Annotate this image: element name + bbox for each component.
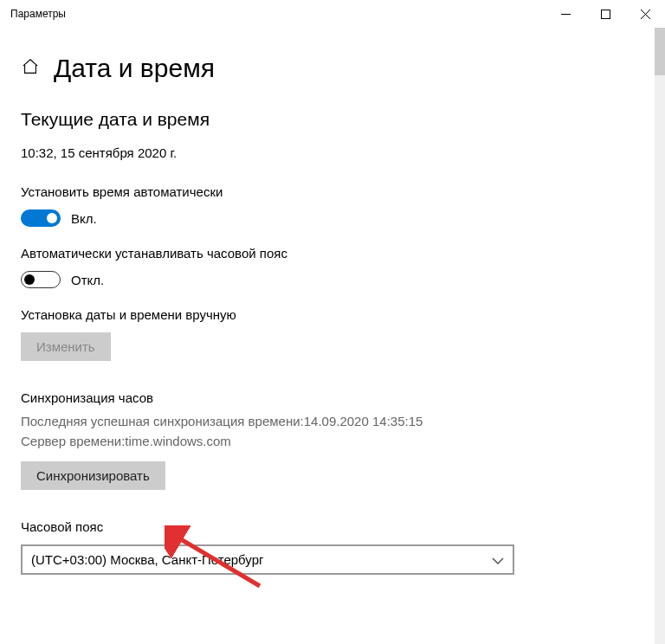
timezone-heading: Часовой пояс bbox=[21, 519, 644, 534]
sync-info: Последняя успешная синхронизация времени… bbox=[21, 412, 644, 451]
close-icon bbox=[641, 10, 650, 19]
timezone-selected-value: (UTC+03:00) Москва, Санкт-Петербург bbox=[31, 552, 263, 567]
sync-section: Синхронизация часов Последняя успешная с… bbox=[21, 390, 644, 490]
current-datetime-heading: Текущие дата и время bbox=[21, 109, 644, 130]
content-area: Дата и время Текущие дата и время 10:32,… bbox=[0, 28, 665, 644]
window-title: Параметры bbox=[10, 8, 66, 20]
minimize-button[interactable] bbox=[546, 0, 585, 28]
home-icon[interactable] bbox=[21, 57, 40, 80]
maximize-button[interactable] bbox=[585, 0, 625, 28]
time-server-line: Сервер времени:time.windows.com bbox=[21, 432, 644, 452]
titlebar: Параметры bbox=[0, 0, 665, 28]
last-sync-line: Последняя успешная синхронизация времени… bbox=[21, 412, 644, 432]
scrollbar-track[interactable] bbox=[655, 28, 665, 644]
current-datetime-value: 10:32, 15 сентября 2020 г. bbox=[21, 145, 644, 160]
minimize-icon bbox=[561, 10, 571, 19]
toggle-knob bbox=[24, 274, 35, 285]
auto-tz-toggle[interactable] bbox=[21, 271, 61, 288]
auto-tz-label: Автоматически устанавливать часовой пояс bbox=[21, 246, 644, 261]
maximize-icon bbox=[601, 10, 610, 19]
sync-heading: Синхронизация часов bbox=[21, 390, 644, 405]
page-header: Дата и время bbox=[21, 54, 644, 83]
auto-time-toggle-row: Вкл. bbox=[21, 209, 644, 227]
window-controls bbox=[546, 0, 665, 28]
timezone-section: Часовой пояс (UTC+03:00) Москва, Санкт-П… bbox=[21, 519, 644, 575]
auto-tz-toggle-row: Откл. bbox=[21, 271, 644, 288]
timezone-select[interactable]: (UTC+03:00) Москва, Санкт-Петербург bbox=[21, 544, 514, 575]
auto-time-toggle[interactable] bbox=[21, 209, 61, 227]
chevron-down-icon bbox=[492, 552, 504, 567]
auto-time-state: Вкл. bbox=[71, 211, 97, 226]
scrollbar-thumb[interactable] bbox=[655, 28, 665, 75]
manual-datetime-label: Установка даты и времени вручную bbox=[21, 307, 644, 322]
page-title: Дата и время bbox=[54, 54, 215, 83]
sync-now-button[interactable]: Синхронизировать bbox=[21, 461, 165, 490]
toggle-knob bbox=[47, 213, 57, 223]
auto-tz-state: Откл. bbox=[71, 273, 104, 287]
svg-rect-1 bbox=[601, 10, 610, 18]
change-button[interactable]: Изменить bbox=[21, 332, 111, 361]
auto-time-label: Установить время автоматически bbox=[21, 184, 644, 199]
close-button[interactable] bbox=[625, 0, 665, 28]
